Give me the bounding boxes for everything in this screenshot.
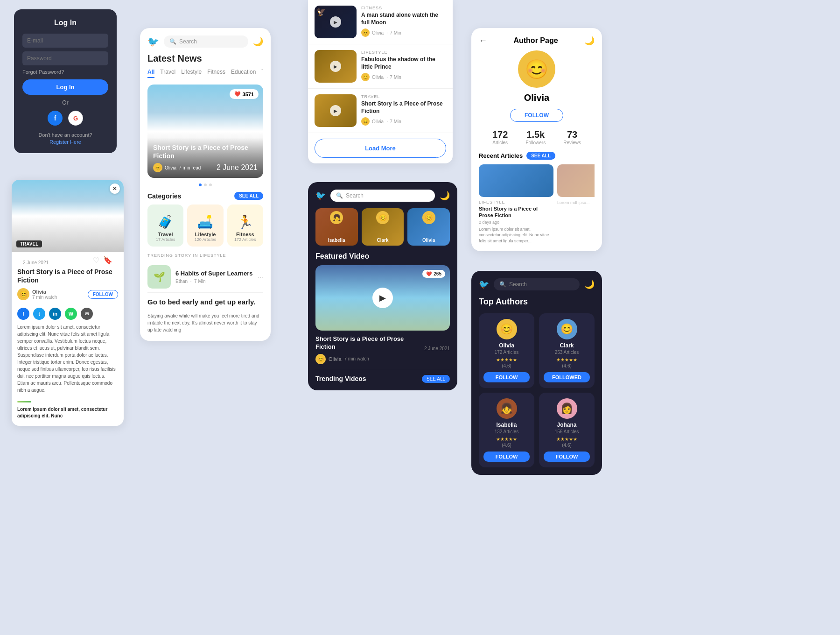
recent-item-2: Lorem mdf ipsu... xyxy=(557,164,595,244)
follow-johana-button[interactable]: FOLLOW xyxy=(544,452,590,462)
author-avatar-1: 😊 xyxy=(361,28,370,37)
article-info-2: LIFESTYLE Fabulous the shadow of the lit… xyxy=(361,50,446,83)
password-input[interactable] xyxy=(22,51,108,65)
share-facebook[interactable]: f xyxy=(17,308,29,320)
article-info-3: TRAVEL Short Story is a Piece of Prose F… xyxy=(361,94,446,127)
fitness-category-card[interactable]: 🏃 Fitness 172 Articles xyxy=(227,205,263,247)
recent-articles-see-all-button[interactable]: SEE ALL xyxy=(526,152,555,160)
trending-body: Staying awake while will make you feel m… xyxy=(147,312,263,333)
clark-card-avatar: 😊 xyxy=(557,319,577,339)
dark-moon-icon[interactable]: 🌙 xyxy=(584,279,595,289)
author-name: Olivia xyxy=(32,289,57,295)
video-play-button[interactable]: ▶ xyxy=(372,288,393,308)
featured-author: 😊 Olivia 7 min read xyxy=(153,163,201,172)
recent-articles-header: Recent Articles SEE ALL xyxy=(479,152,595,160)
featured-info: Short Story is a Piece of Prose Fiction … xyxy=(147,138,263,178)
author-circle-isabella[interactable]: 👧 Isabella xyxy=(315,208,358,246)
back-button[interactable]: ← xyxy=(479,36,487,46)
forgot-password-link[interactable]: Forgot Password? xyxy=(22,69,108,75)
article-list-item-1[interactable]: ▶ 🦅 FITNESS A man stand alone watch the … xyxy=(308,0,453,44)
author-follow-button[interactable]: FOLLOW xyxy=(510,109,563,122)
video-thumbnail[interactable]: ❤️ 265 ▶ xyxy=(315,265,450,331)
lifestyle-category-card[interactable]: 🛋️ Lifestyle 120 Articles xyxy=(187,205,223,247)
olivia-rating: (4.6) xyxy=(483,363,530,368)
dot-1[interactable] xyxy=(199,183,202,186)
trending-title: 6 Habits of Super Learners xyxy=(175,270,253,278)
olivia-stars: ★★★★★ xyxy=(483,357,530,362)
featured-title: Short Story is a Piece of Prose Fiction xyxy=(153,143,258,160)
author-card-johana: 👩 Johana 156 Articles ★★★★★ (4.6) FOLLOW xyxy=(539,393,595,467)
heart-icon: ❤️ xyxy=(234,91,241,97)
categories-see-all-button[interactable]: SEE ALL xyxy=(234,192,263,200)
article-list-item-3[interactable]: ▶ TRAVEL Short Story is a Piece of Prose… xyxy=(308,89,453,133)
featured-video-section-title: Featured Video xyxy=(315,252,450,261)
share-whatsapp[interactable]: W xyxy=(65,308,77,320)
facebook-login-button[interactable]: f xyxy=(48,111,63,126)
play-icon-3: ▶ xyxy=(330,105,341,116)
share-linkedin[interactable]: in xyxy=(49,308,61,320)
top-authors-title: Top Authors xyxy=(479,297,595,307)
recent-item-1[interactable]: LIFESTYLE Short Story is a Piece of Pros… xyxy=(479,164,553,244)
video-heart-count: ❤️ 265 xyxy=(422,270,445,278)
author-circle-clark[interactable]: 😊 Clark xyxy=(362,208,404,246)
follow-olivia-button[interactable]: FOLLOW xyxy=(483,372,530,382)
tab-all[interactable]: All xyxy=(147,69,154,78)
dark-search-bar[interactable]: 🔍 Search xyxy=(330,190,435,202)
follow-button[interactable]: FOLLOW xyxy=(88,290,118,299)
featured-article-card[interactable]: ❤️ 3571 Short Story is a Piece of Prose … xyxy=(147,85,263,178)
moon-icon[interactable]: 🌙 xyxy=(584,35,595,46)
author-page-name: Olivia xyxy=(479,92,595,103)
login-button[interactable]: Log In xyxy=(22,79,108,95)
top-authors-search-bar[interactable]: 🔍 Search xyxy=(494,278,580,290)
tab-tech[interactable]: Tech xyxy=(261,69,263,78)
author-large-avatar: 😊 xyxy=(518,50,555,88)
recent-articles-title: Recent Articles xyxy=(479,152,523,159)
search-icon: 🔍 xyxy=(169,38,176,45)
trending-item[interactable]: 🌱 6 Habits of Super Learners Ethan · 7 M… xyxy=(147,261,263,293)
share-email[interactable]: ✉ xyxy=(81,308,93,320)
author-circle-olivia[interactable]: 😊 Olivia xyxy=(407,208,450,246)
travel-cat-count: 17 Articles xyxy=(156,237,175,242)
share-twitter[interactable]: t xyxy=(33,308,45,320)
author-name-3: Olivia xyxy=(372,119,384,124)
travel-category-card[interactable]: 🧳 Travel 17 Articles xyxy=(147,205,183,247)
dark-bird-logo[interactable]: 🐦 xyxy=(315,190,326,201)
google-login-button[interactable]: G xyxy=(68,111,83,126)
recent-articles-list: LIFESTYLE Short Story is a Piece of Pros… xyxy=(479,164,595,244)
email-input[interactable] xyxy=(22,34,108,48)
johana-rating: (4.6) xyxy=(544,443,590,448)
dot-2[interactable] xyxy=(204,183,207,186)
load-more-button[interactable]: Load More xyxy=(315,139,446,158)
tab-fitness[interactable]: Fitness xyxy=(207,69,225,78)
author-info: 😊 Olivia 7 min watch xyxy=(17,288,57,300)
tab-travel[interactable]: Travel xyxy=(160,69,175,78)
close-button[interactable]: ✕ xyxy=(110,183,120,194)
page-title: Latest News xyxy=(147,53,263,64)
recent-category-1: LIFESTYLE xyxy=(479,200,553,205)
isabella-stars: ★★★★★ xyxy=(483,437,530,442)
dark-card-header: 🐦 🔍 Search 🌙 xyxy=(315,190,450,202)
login-title: Log In xyxy=(22,19,108,27)
dark-theme-toggle-icon[interactable]: 🌙 xyxy=(440,190,450,201)
categories-grid: 🧳 Travel 17 Articles 🛋️ Lifestyle 120 Ar… xyxy=(147,205,263,247)
dark-bird-logo-2[interactable]: 🐦 xyxy=(479,279,489,289)
tab-education[interactable]: Education xyxy=(231,69,256,78)
register-link[interactable]: Register Here xyxy=(22,139,108,145)
app-logo-icon[interactable]: 🐦 xyxy=(147,36,159,47)
bookmark-icon[interactable]: 🔖 xyxy=(103,256,112,265)
search-bar[interactable]: 🔍 Search xyxy=(164,35,248,48)
followed-clark-button[interactable]: FOLLOWED xyxy=(544,372,590,382)
more-options-icon[interactable]: ··· xyxy=(258,273,263,281)
theme-toggle-icon[interactable]: 🌙 xyxy=(253,36,263,47)
trending-videos-see-all-button[interactable]: SEE ALL xyxy=(422,375,450,383)
follow-isabella-button[interactable]: FOLLOW xyxy=(483,452,530,462)
tab-lifestyle[interactable]: Lifestyle xyxy=(181,69,202,78)
video-author-name: Olivia xyxy=(329,356,342,362)
dot-3[interactable] xyxy=(209,183,212,186)
featured-author-name: Olivia xyxy=(165,165,176,170)
trending-info: 6 Habits of Super Learners Ethan · 7 Min xyxy=(175,270,253,284)
trending-label: TRENDING STORY IN LIFESTYLE xyxy=(147,253,263,258)
johana-card-name: Johana xyxy=(544,422,590,428)
heart-icon[interactable]: ♡ xyxy=(93,256,99,265)
article-list-item-2[interactable]: ▶ LIFESTYLE Fabulous the shadow of the l… xyxy=(308,44,453,89)
